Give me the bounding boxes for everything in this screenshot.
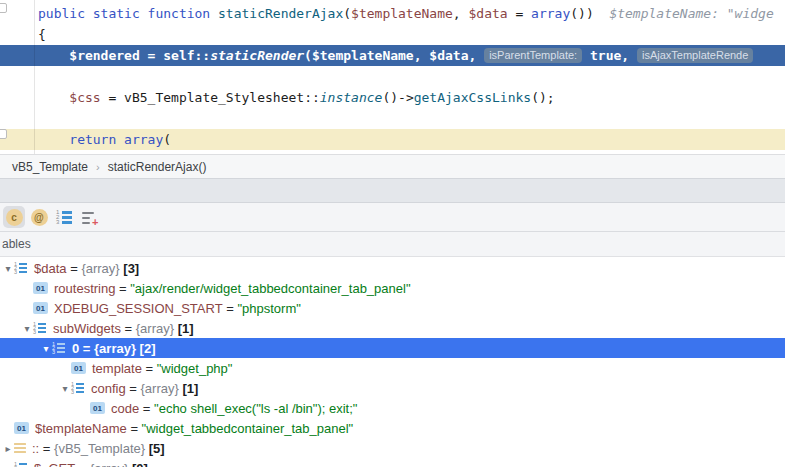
code-line[interactable]: $rendered = self::staticRender($template… (0, 45, 785, 66)
variable-count: [3] (120, 261, 140, 276)
equals-sign: = (142, 361, 157, 376)
code-token: ()) (570, 6, 593, 21)
show-constants-button[interactable]: c (3, 206, 25, 228)
code-token: array (124, 132, 163, 147)
show-references-button[interactable]: @ (28, 206, 50, 228)
variables-toolbar: c@123+ (0, 203, 785, 232)
chevron-down-icon[interactable]: ▾ (40, 343, 52, 354)
code-line[interactable]: { (0, 24, 785, 45)
code-token: staticRenderAjax (218, 6, 343, 21)
variable-string-value: "phpstorm" (237, 301, 300, 316)
code-area[interactable]: public static function staticRenderAjax(… (0, 0, 785, 150)
code-token: { (38, 27, 46, 42)
code-token: $templateName (351, 6, 453, 21)
equals-sign: = (223, 301, 238, 316)
object-type-icon (14, 443, 26, 454)
variable-row[interactable]: ▾123subWidgets = {array} [1] (0, 318, 785, 338)
code-line[interactable] (0, 108, 785, 129)
breadcrumb-item-class[interactable]: vB5_Template (12, 160, 88, 174)
equals-sign: = (115, 281, 130, 296)
array-type-icon: 123 (14, 463, 28, 467)
breadcrumb-item-method[interactable]: staticRenderAjax() (108, 160, 207, 174)
variable-name: $templateName (35, 421, 127, 436)
equals-sign: = (127, 421, 142, 436)
variable-name: $data (34, 261, 67, 276)
variable-row[interactable]: ▾123$data = {array} [3] (0, 258, 785, 278)
show-references-icon: @ (31, 209, 48, 226)
string-type-icon: 01 (71, 362, 86, 374)
string-type-icon: 01 (90, 402, 105, 414)
variable-type-value: {array} (136, 321, 174, 336)
show-constants-icon: c (6, 209, 23, 226)
code-token: return (69, 132, 116, 147)
code-token: $css (69, 90, 100, 105)
variable-row[interactable]: 01routestring = "ajax/render/widget_tabb… (0, 278, 785, 298)
variable-row[interactable]: 01template = "widget_php" (0, 358, 785, 378)
variable-string-value: "ajax/render/widget_tabbedcontainer_tab_… (130, 281, 410, 296)
variables-panel-title: ables (2, 237, 31, 251)
parameter-hint-chip: isAjaxTemplateRende (637, 48, 753, 63)
code-line[interactable]: return array( (0, 129, 785, 150)
show-array-indices-button[interactable]: 123 (53, 206, 75, 228)
variable-row[interactable]: ▾123config = {array} [1] (0, 378, 785, 398)
editor-pane[interactable]: public static function staticRenderAjax(… (0, 0, 785, 154)
variable-type-value: {array} (141, 381, 179, 396)
add-watch-icon: + (82, 211, 97, 224)
variable-string-value: "widget_php" (157, 361, 233, 376)
code-token: = (101, 90, 124, 105)
variable-row[interactable]: 01XDEBUG_SESSION_START = "phpstorm" (0, 298, 785, 318)
variable-row[interactable]: ▸:: = {vB5_Template} [5] (0, 438, 785, 458)
numbered-list-icon: 123 (56, 211, 72, 224)
variable-row[interactable]: ▾1230 = {array} [2] (0, 338, 785, 358)
string-type-icon: 01 (14, 422, 29, 434)
code-line[interactable]: $css = vB5_Template_Stylesheet::instance… (0, 87, 785, 108)
code-token: staticRender (210, 48, 304, 63)
variable-type-value: {array} (90, 461, 128, 467)
variable-type-value: {array} (94, 341, 136, 356)
code-token (38, 90, 69, 105)
breadcrumb: vB5_Template › staticRenderAjax() (0, 154, 785, 178)
variable-name: config (91, 381, 126, 396)
variable-count: [5] (145, 441, 165, 456)
add-to-watches-button[interactable]: + (78, 206, 100, 228)
code-token: true, (582, 48, 637, 63)
code-line[interactable] (0, 66, 785, 87)
code-token: , (453, 6, 469, 21)
variable-row[interactable]: 01$templateName = "widget_tabbedcontaine… (0, 418, 785, 438)
gutter-mark-icon[interactable] (0, 129, 7, 139)
debugger-splitter-band (0, 178, 785, 203)
array-type-icon: 123 (33, 323, 47, 334)
equals-sign: = (75, 461, 90, 467)
equals-sign: = (79, 341, 94, 356)
variable-count: [2] (136, 341, 156, 356)
variable-row[interactable]: ▸123$_GET = {array} [0] (0, 458, 785, 467)
variables-panel-header: ables (0, 232, 785, 257)
variable-type-value: {array} (81, 261, 119, 276)
variable-count: [0] (128, 461, 148, 467)
variable-row[interactable]: 01code = "echo shell_exec("ls -al /bin")… (0, 398, 785, 418)
code-token: $rendered = self:: (38, 48, 210, 63)
chevron-down-icon[interactable]: ▾ (2, 263, 14, 274)
equals-sign: = (39, 441, 54, 456)
variables-tree[interactable]: ▾123$data = {array} [3]01routestring = "… (0, 257, 785, 467)
parameter-hint-chip: isParentTemplate: (484, 48, 582, 63)
code-token: public static function (38, 6, 218, 21)
code-line[interactable]: public static function staticRenderAjax(… (0, 3, 785, 24)
chevron-right-icon[interactable]: ▸ (2, 443, 14, 454)
chevron-right-icon[interactable]: ▸ (2, 463, 14, 467)
variable-name: code (111, 401, 139, 416)
chevron-down-icon[interactable]: ▾ (21, 323, 33, 334)
code-token: :: (304, 90, 320, 105)
code-token: (); (531, 90, 554, 105)
code-token (116, 132, 124, 147)
equals-sign: = (121, 321, 136, 336)
gutter-separator (34, 0, 35, 154)
gutter-mark-icon[interactable] (0, 3, 7, 13)
equals-sign: = (67, 261, 82, 276)
code-token: = (508, 6, 531, 21)
variable-name: XDEBUG_SESSION_START (54, 301, 223, 316)
code-token: ( (163, 132, 171, 147)
variable-string-value: "echo shell_exec("ls -al /bin"); exit;" (154, 401, 357, 416)
equals-sign: = (126, 381, 141, 396)
chevron-down-icon[interactable]: ▾ (59, 383, 71, 394)
